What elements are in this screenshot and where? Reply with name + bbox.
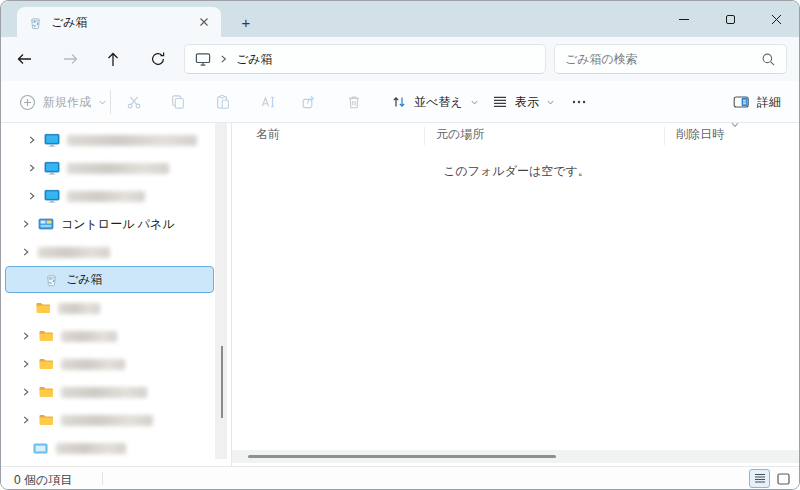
sidebar-item-recycle-bin[interactable]: ごみ箱 [5,266,214,293]
forward-button[interactable] [56,45,84,73]
column-header-name[interactable]: 名前 [256,126,280,143]
chevron-right-icon[interactable] [21,415,31,425]
details-pane-label: 詳細 [757,94,781,111]
breadcrumb-chevron-icon [219,54,228,64]
column-header-date-deleted[interactable]: 削除日時 [676,126,724,143]
column-header-original-location[interactable]: 元の場所 [436,126,484,143]
tab-close-icon[interactable] [195,13,213,31]
chevron-right-icon[interactable] [27,135,37,145]
share-button[interactable] [291,86,327,118]
item-count: 0 個の項目 [14,472,72,489]
recycle-bin-icon [44,272,59,287]
sidebar-item-control-panel[interactable]: コントロール パネル [1,210,215,238]
icons-view-toggle[interactable] [773,469,794,488]
chevron-right-icon[interactable] [21,359,31,369]
minimize-icon [679,19,689,20]
file-list-panel: 名前 元の場所 削除日時 このフォルダーは空です。 [232,123,800,466]
copy-button[interactable] [160,86,196,118]
sort-button[interactable]: 並べ替え [383,87,487,117]
horizontal-scrollbar[interactable] [232,450,800,463]
arrow-right-icon [62,51,79,67]
window-controls [661,1,799,37]
chevron-right-icon[interactable] [21,219,31,229]
address-bar[interactable]: ごみ箱 [184,44,546,74]
redacted-label [61,387,147,398]
folder-icon [38,412,54,428]
column-separator[interactable] [424,127,425,145]
sidebar-item-folder[interactable] [1,294,215,322]
folder-icon [38,384,54,400]
trash-icon [346,94,362,110]
sidebar-item-computer[interactable] [1,154,215,182]
sidebar-item-folder[interactable] [1,350,215,378]
search-input[interactable] [565,52,761,66]
computer-icon [44,160,60,176]
more-options-button[interactable] [561,86,597,118]
new-button[interactable]: 新規作成 [11,87,115,117]
search-box[interactable] [554,44,787,74]
horizontal-scrollbar-thumb[interactable] [248,455,556,458]
redacted-label [61,359,125,370]
details-view-icon [754,473,766,484]
paste-icon [215,94,231,110]
redacted-label [67,191,145,202]
chevron-right-icon[interactable] [21,331,31,341]
titlebar[interactable]: ごみ箱 + [1,1,799,37]
sidebar-tree: コントロール パネル ごみ箱 [1,123,231,466]
sidebar-item-redacted[interactable] [1,238,215,266]
minimize-button[interactable] [661,1,707,37]
rename-button[interactable] [250,86,286,118]
tab-recycle-bin[interactable]: ごみ箱 [17,7,221,37]
search-icon [761,52,776,67]
sidebar-scrollbar-thumb[interactable] [221,346,223,418]
view-button[interactable]: 表示 [484,87,563,117]
new-tab-button[interactable]: + [233,9,259,35]
folder-icon [38,356,54,372]
sidebar-item-label: コントロール パネル [61,216,175,233]
status-separator [102,472,103,485]
explorer-window: ごみ箱 + [0,0,800,490]
close-button[interactable] [753,1,799,37]
sort-indicator [730,120,740,130]
up-button[interactable] [99,45,127,73]
view-button-label: 表示 [515,94,539,111]
redacted-label [56,443,126,454]
sidebar-item-folder[interactable] [1,406,215,434]
details-pane-button[interactable]: 詳細 [725,87,789,117]
column-separator[interactable] [664,127,665,145]
delete-button[interactable] [336,86,372,118]
recycle-bin-icon [28,15,43,30]
cut-icon [126,94,142,110]
chevron-down-icon [98,98,107,107]
refresh-button[interactable] [144,45,172,73]
command-toolbar: 新規作成 並べ替え 表示 [1,81,799,123]
folder-icon [38,328,54,344]
breadcrumb-location[interactable]: ごみ箱 [236,51,273,68]
sidebar-item-computer[interactable] [1,182,215,210]
redacted-label [61,415,153,426]
close-icon [771,14,782,25]
copy-icon [170,94,186,110]
sidebar-item-network[interactable] [1,434,215,462]
details-view-toggle[interactable] [749,469,770,488]
redacted-label [67,163,169,174]
chevron-right-icon[interactable] [27,191,37,201]
plus-icon: + [242,14,251,31]
sidebar-item-folder[interactable] [1,378,215,406]
maximize-button[interactable] [707,1,753,37]
navigation-bar: ごみ箱 [1,37,799,81]
cut-button[interactable] [116,86,152,118]
sidebar-item-label: ごみ箱 [66,271,103,288]
details-pane-icon [733,94,750,110]
sidebar-item-folder[interactable] [1,322,215,350]
sidebar-item-computer[interactable] [1,126,215,154]
redacted-label [67,135,197,146]
back-button[interactable] [10,45,38,73]
chevron-right-icon[interactable] [27,163,37,173]
refresh-icon [150,51,166,67]
arrow-up-icon [105,51,121,68]
chevron-right-icon[interactable] [21,247,31,257]
sidebar-scrollbar[interactable] [215,123,227,459]
chevron-right-icon[interactable] [21,387,31,397]
paste-button[interactable] [205,86,241,118]
